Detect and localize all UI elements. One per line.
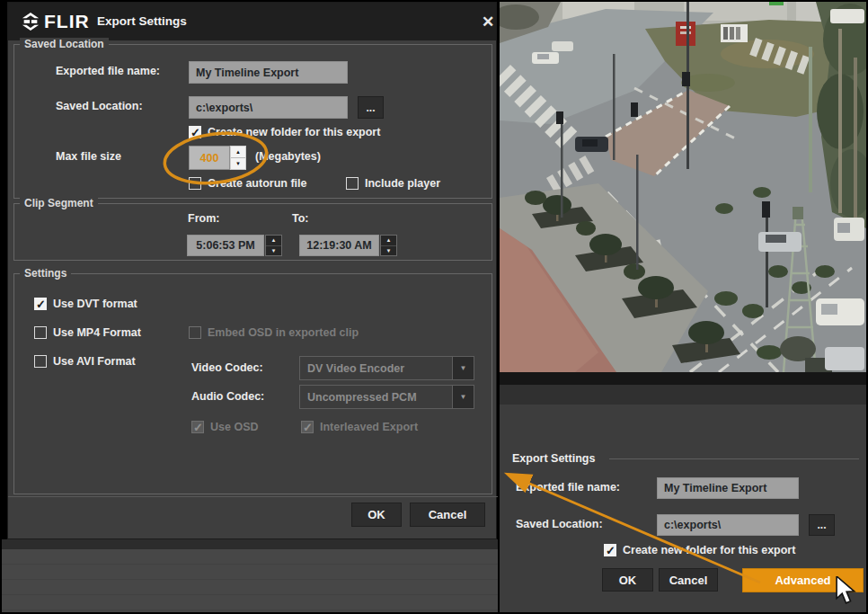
checkbox-checked-icon — [189, 126, 201, 138]
spinner-up-icon[interactable] — [381, 236, 396, 246]
use-dvt-checkbox[interactable]: Use DVT format — [34, 298, 137, 310]
panel-browse-button[interactable]: ... — [809, 514, 835, 536]
to-label: To: — [292, 212, 309, 225]
checkbox-unchecked-icon — [346, 177, 359, 190]
max-file-size-input[interactable]: 400 — [189, 146, 230, 170]
interleaved-label: Interleaved Export — [320, 421, 418, 433]
use-dvt-label: Use DVT format — [53, 298, 137, 310]
include-player-label: Include player — [365, 177, 440, 190]
file-name-label: Exported file name: — [56, 65, 160, 77]
spinner-down-icon[interactable] — [381, 246, 396, 256]
export-settings-dialog: FLIR Export Settings Saved Location Expo… — [7, 2, 497, 539]
use-avi-label: Use AVI Format — [53, 355, 136, 368]
to-time-input[interactable]: 12:19:30 AM — [299, 235, 379, 256]
spinner-up-icon[interactable] — [231, 147, 245, 158]
clip-segment-group: Clip Segment From: To: 5:06:53 PM 12:19:… — [13, 203, 492, 261]
checkbox-unchecked-disabled-icon — [189, 326, 201, 339]
checkbox-checked-icon — [34, 298, 47, 310]
audio-codec-label: Audio Codec: — [191, 390, 264, 403]
panel-saved-location-label: Saved Location: — [516, 518, 603, 530]
app-screen: Export Settings Exported file name: My T… — [0, 0, 868, 614]
from-time-input[interactable]: 5:06:53 PM — [187, 235, 264, 256]
dialog-cancel-button[interactable]: Cancel — [410, 503, 485, 527]
from-time-spinner[interactable] — [265, 235, 282, 256]
saved-location-label: Saved Location: — [56, 100, 143, 112]
panel-saved-location-input[interactable]: c:\exports\ — [657, 514, 799, 536]
to-time-spinner[interactable] — [380, 235, 397, 256]
chevron-down-icon — [452, 386, 474, 408]
chevron-down-icon — [452, 357, 474, 379]
checkbox-checked-disabled-icon — [301, 421, 314, 433]
checkbox-unchecked-icon — [189, 177, 201, 190]
flir-logo: FLIR — [21, 11, 90, 32]
checkbox-checked-icon — [604, 544, 616, 556]
panel-cancel-button[interactable]: Cancel — [659, 568, 718, 592]
panel-title: Export Settings — [512, 452, 595, 465]
embed-osd-label: Embed OSD in exported clip — [208, 326, 359, 339]
panel-create-folder-checkbox[interactable]: Create new folder for this export — [604, 544, 795, 556]
video-bottom-bar — [500, 372, 866, 385]
create-folder-label: Create new folder for this export — [208, 126, 380, 138]
file-name-input[interactable]: My Timeline Export — [189, 61, 348, 84]
browse-button[interactable]: ... — [358, 96, 384, 119]
panel-file-name-label: Exported file name: — [516, 481, 620, 494]
timeline-tracks — [2, 549, 498, 610]
from-label: From: — [188, 212, 219, 225]
embed-osd-checkbox: Embed OSD in exported clip — [189, 326, 359, 339]
right-column: Export Settings Exported file name: My T… — [500, 2, 866, 612]
spinner-down-icon[interactable] — [231, 158, 245, 169]
export-settings-panel: Export Settings Exported file name: My T… — [500, 405, 866, 612]
dialog-title: Export Settings — [97, 14, 187, 28]
use-mp4-checkbox[interactable]: Use MP4 Format — [34, 326, 141, 339]
autorun-checkbox[interactable]: Create autorun file — [189, 177, 306, 190]
use-osd-label: Use OSD — [210, 421, 259, 433]
max-file-size-label: Max file size — [56, 150, 121, 163]
saved-location-group: Saved Location Exported file name: My Ti… — [13, 44, 492, 199]
clip-segment-group-title: Clip Segment — [20, 197, 98, 209]
camera-video-feed[interactable] — [500, 2, 866, 372]
settings-group: Settings Use DVT format Use MP4 Format U… — [13, 273, 492, 494]
max-file-size-spinner[interactable] — [230, 146, 246, 170]
flir-logo-text: FLIR — [44, 11, 90, 32]
megabytes-label: (Megabytes) — [255, 150, 321, 163]
panel-create-folder-label: Create new folder for this export — [623, 544, 795, 556]
spinner-up-icon[interactable] — [266, 236, 281, 246]
checkbox-checked-disabled-icon — [191, 421, 204, 433]
saved-location-group-title: Saved Location — [20, 38, 109, 50]
panel-ok-button[interactable]: OK — [602, 568, 653, 592]
create-folder-checkbox[interactable]: Create new folder for this export — [189, 126, 380, 138]
use-osd-checkbox: Use OSD — [191, 421, 259, 433]
timeline-header — [2, 539, 498, 549]
interleaved-checkbox: Interleaved Export — [301, 421, 418, 433]
timeline-grid[interactable] — [2, 539, 498, 612]
dialog-ok-button[interactable]: OK — [351, 503, 402, 527]
audio-codec-value: Uncompressed PCM — [300, 391, 452, 404]
checkbox-unchecked-icon — [34, 355, 47, 368]
panel-toolbar-strip — [500, 385, 866, 405]
video-codec-label: Video Codec: — [191, 361, 263, 374]
close-icon[interactable] — [478, 13, 498, 32]
saved-location-input[interactable]: c:\exports\ — [189, 96, 348, 119]
include-player-checkbox[interactable]: Include player — [346, 177, 440, 190]
audio-codec-dropdown: Uncompressed PCM — [299, 385, 474, 409]
video-codec-dropdown: DV Video Encoder — [299, 356, 474, 380]
mouse-cursor — [835, 576, 858, 605]
checkbox-unchecked-icon — [34, 326, 47, 339]
spinner-down-icon[interactable] — [266, 246, 281, 256]
use-avi-checkbox[interactable]: Use AVI Format — [34, 355, 136, 368]
settings-group-title: Settings — [20, 267, 71, 280]
panel-file-name-input[interactable]: My Timeline Export — [657, 477, 799, 499]
use-mp4-label: Use MP4 Format — [53, 326, 141, 339]
dialog-footer-separator — [8, 496, 498, 497]
video-codec-value: DV Video Encoder — [300, 362, 452, 375]
panel-title-rule — [609, 458, 859, 459]
autorun-label: Create autorun file — [208, 177, 306, 190]
dialog-titlebar[interactable]: FLIR Export Settings — [8, 3, 496, 40]
flir-gem-icon — [21, 12, 40, 31]
